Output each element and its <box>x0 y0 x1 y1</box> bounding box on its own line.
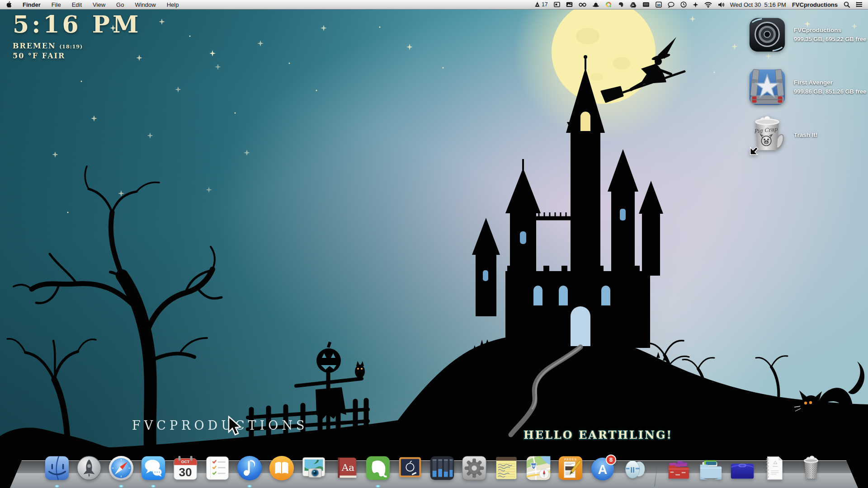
menu-bar-date[interactable]: Wed Oct 30 5:16 PM <box>730 1 786 8</box>
svg-text:8: 8 <box>609 456 613 463</box>
menu-bar-left: Finder File Edit View Go Window Help <box>5 0 179 9</box>
desktop-icon-label: FVCproductions <box>794 27 841 33</box>
calendar-status-icon[interactable]: 30 <box>656 1 662 8</box>
wallpaper-signature: FVCPRODUCTIONS <box>132 418 308 432</box>
hat-status-icon[interactable] <box>592 2 599 7</box>
svg-text:OCT: OCT <box>181 460 190 464</box>
svg-text:30: 30 <box>179 465 192 479</box>
desktop-icon-fvcproductions-drive[interactable]: FVCproductions999.35 GB, 695.22 GB free <box>746 14 867 56</box>
status-count: 17 <box>542 1 548 8</box>
svg-text:280: 280 <box>531 464 536 468</box>
desktop-icon-trash-it[interactable]: Pig Crap Trash It! <box>746 114 867 156</box>
desktop-icon-first-avenger-drive[interactable]: First Avenger999.86 GB, 851.26 GB free <box>746 66 867 108</box>
speaker-drive-icon <box>746 14 788 56</box>
menu-item-help[interactable]: Help <box>167 1 179 8</box>
dock-icon-safari[interactable] <box>107 454 135 482</box>
dock-icon-trash[interactable] <box>797 454 825 482</box>
desktop-clock-widget: 5:16 PM BREMEN (18:19) 50 °F FAIR <box>13 13 142 60</box>
menu-item-edit[interactable]: Edit <box>72 1 82 8</box>
dock: OCT30 Aa <box>10 443 858 488</box>
dock-icon-documents-stack[interactable] <box>760 454 788 482</box>
dock-divider <box>653 454 660 482</box>
display-status-icon[interactable] <box>642 2 650 7</box>
svg-text:Aa: Aa <box>341 462 354 473</box>
dock-icon-maps[interactable]: 280 <box>524 454 552 482</box>
clock-status-icon[interactable] <box>680 1 687 8</box>
dock-items: OCT30 Aa <box>10 454 858 482</box>
window-status-icon[interactable] <box>554 2 560 7</box>
dock-icon-messages[interactable] <box>139 454 167 482</box>
widget-weather: 50 °F FAIR <box>13 52 142 60</box>
dock-icon-calendar[interactable]: OCT30 <box>171 454 199 482</box>
dock-icon-system-preferences[interactable] <box>460 454 488 482</box>
wallpaper-greeting: HELLO EARTHLING! <box>524 428 673 441</box>
captain-america-drive-icon <box>746 66 788 108</box>
location-status-icon[interactable] <box>693 2 698 8</box>
volume-status-icon[interactable] <box>718 2 724 8</box>
dock-icon-archive-stack[interactable] <box>728 454 756 482</box>
notification-center-icon[interactable] <box>856 2 863 7</box>
desktop-icon-detail: 999.35 GB, 695.22 GB free <box>794 35 866 44</box>
menu-item-view[interactable]: View <box>93 1 105 8</box>
svg-text:30: 30 <box>657 4 660 7</box>
running-indicator <box>151 485 156 488</box>
spotlight-search-icon[interactable] <box>844 1 850 8</box>
dock-icon-dictionary[interactable]: Aa <box>332 454 360 482</box>
menu-bar-status: 17 30 <box>534 1 863 8</box>
menu-item-go[interactable]: Go <box>116 1 124 8</box>
dock-icon-iphoto[interactable] <box>300 454 328 482</box>
dock-icon-levels[interactable] <box>428 454 456 482</box>
desktop-icon-label: Trash It! <box>794 131 818 138</box>
menu-item-file[interactable]: File <box>52 1 61 8</box>
dock-icon-reminders[interactable] <box>203 454 231 482</box>
chat-bubble-status-icon[interactable] <box>668 2 675 8</box>
running-indicator <box>55 485 59 488</box>
pen-nib-status-icon[interactable]: 17 <box>534 1 548 8</box>
dock-icon-ibooks[interactable] <box>268 454 296 482</box>
dock-icon-finder[interactable] <box>43 454 71 482</box>
widget-location: BREMEN <box>13 42 56 50</box>
dock-icon-app-store[interactable]: A8 <box>589 454 617 482</box>
menu-bar-username[interactable]: FVCproductions <box>792 1 838 8</box>
dock-icon-evernote[interactable] <box>364 454 392 482</box>
sync-check-status-icon[interactable] <box>605 1 612 8</box>
svg-text:A: A <box>598 462 608 477</box>
dock-icon-downloads-folder[interactable] <box>696 454 724 482</box>
apple-menu-icon[interactable] <box>5 0 12 9</box>
evernote-status-icon[interactable] <box>618 1 624 8</box>
dock-icon-itunes[interactable] <box>236 454 264 482</box>
running-indicator <box>376 485 380 488</box>
dock-icon-launchpad[interactable] <box>75 454 103 482</box>
dock-icon-pages[interactable]: PAGES <box>557 454 585 482</box>
dock-icon-documents-folder[interactable] <box>664 454 692 482</box>
trash-can-app-icon: Pig Crap <box>746 114 788 156</box>
running-indicator <box>119 485 123 488</box>
photo-status-icon[interactable] <box>566 2 573 7</box>
menu-bar: Finder File Edit View Go Window Help 17 <box>0 0 868 9</box>
widget-location-time: (18:19) <box>59 44 83 50</box>
menu-item-finder[interactable]: Finder <box>23 1 41 8</box>
mouse-cursor <box>227 416 242 436</box>
dock-icon-itunes-u[interactable] <box>396 454 424 482</box>
desktop-icon-label: First Avenger <box>794 79 833 86</box>
moon <box>552 0 656 104</box>
wifi-status-icon[interactable] <box>704 2 712 8</box>
svg-text:II: II <box>631 466 635 474</box>
glasses-status-icon[interactable] <box>579 2 586 7</box>
wallpaper <box>0 0 868 488</box>
menu-item-window[interactable]: Window <box>135 1 156 8</box>
google-drive-status-icon[interactable] <box>630 2 637 8</box>
desktop-icon-detail: 999.86 GB, 851.26 GB free <box>794 87 866 96</box>
widget-time: 5:16 PM <box>13 13 142 36</box>
dock-icon-notes[interactable] <box>492 454 520 482</box>
svg-text:PAGES: PAGES <box>564 458 577 461</box>
running-indicator <box>247 485 252 488</box>
dock-icon-gemini[interactable]: II <box>621 454 649 482</box>
